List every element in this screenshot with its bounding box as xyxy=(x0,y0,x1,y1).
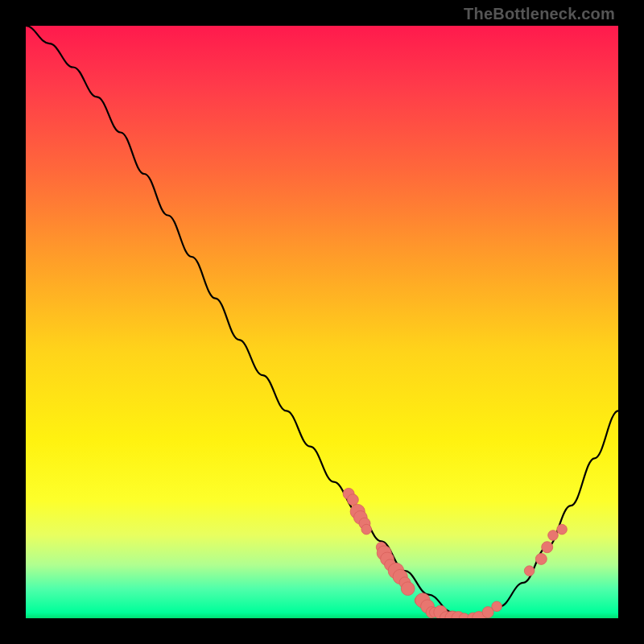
dot xyxy=(361,524,372,535)
dot xyxy=(535,553,547,564)
bottleneck-curve xyxy=(26,26,618,618)
dot xyxy=(542,542,553,553)
dot xyxy=(524,566,535,576)
curve-svg xyxy=(26,26,618,618)
dot xyxy=(401,582,415,596)
dot xyxy=(548,530,559,541)
chart-container: TheBottleneck.com xyxy=(0,0,644,644)
highlight-dots xyxy=(343,488,567,618)
attribution-label: TheBottleneck.com xyxy=(464,5,615,23)
dot xyxy=(492,601,502,612)
dot xyxy=(347,494,358,506)
plot-area xyxy=(26,26,618,618)
dot xyxy=(557,524,568,535)
